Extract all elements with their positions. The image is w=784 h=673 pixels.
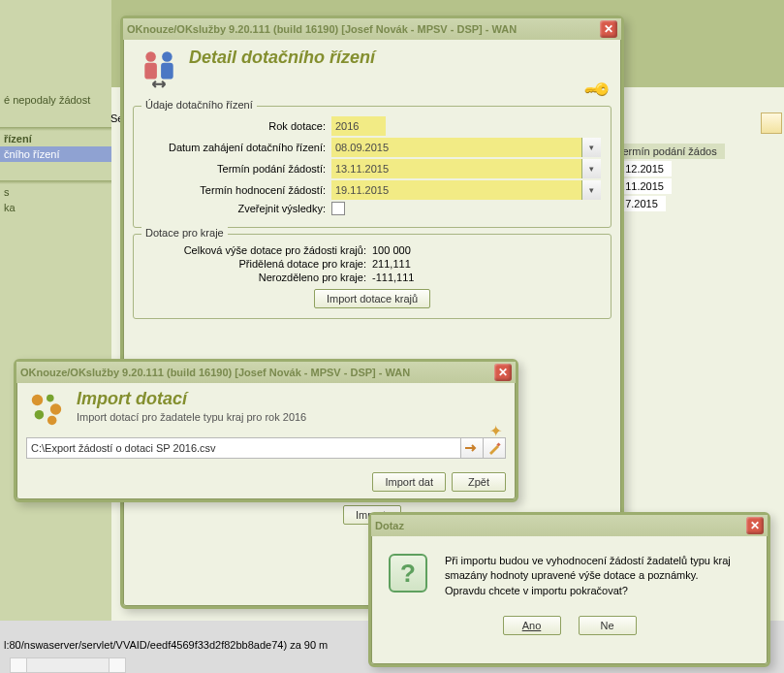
back-button[interactable]: Zpět <box>452 472 506 492</box>
import-path-row: C:\Export žádostí o dotaci SP 2016.csv <box>26 437 506 459</box>
detail-dialog-title: Detail dotačního řízení <box>189 48 375 68</box>
row-nerozdeleno: Nerozděleno pro kraje: -111,111 <box>143 272 601 283</box>
svg-point-0 <box>145 51 156 62</box>
fieldset-udaje: Údaje dotačního řízení Rok dotace: 2016 … <box>133 106 612 228</box>
import-description: Import dotací pro žadatele typu kraj pro… <box>77 411 306 423</box>
field-rok-value: 2016 <box>335 120 359 132</box>
left-fragment-3: s ka <box>0 180 111 215</box>
svg-rect-3 <box>161 63 173 80</box>
field-zahajeni-value: 08.09.2015 <box>335 142 389 153</box>
detail-header-area: Detail dotačního řízení 🔑 <box>123 40 621 100</box>
field-podani[interactable]: 13.11.2015 ▾ <box>331 159 601 178</box>
dotaz-window: Dotaz ✕ ? Při importu budou ve vyhodnoce… <box>368 512 770 667</box>
dotaz-title: Dotaz <box>375 520 746 531</box>
field-hodnoceni-value: 19.11.2015 <box>335 184 389 196</box>
left-item-ka[interactable]: ka <box>0 200 111 215</box>
left-fragment-2: řízení čního řízení <box>0 127 111 162</box>
back-table-header[interactable]: Termín podání žádos <box>609 144 725 159</box>
fieldset-kraje-legend: Dotace pro kraje <box>141 227 228 239</box>
import-titlebar[interactable]: OKnouze/OKslužby 9.20.111 (build 16190) … <box>16 362 516 383</box>
field-zahajeni[interactable]: 08.09.2015 ▾ <box>331 138 601 157</box>
checkbox-zverejnit[interactable] <box>331 202 345 215</box>
people-exchange-icon <box>139 48 179 88</box>
svg-point-5 <box>47 395 54 402</box>
label-podani: Termín podání žádostí: <box>143 163 331 175</box>
dotaz-actions: Ano Ne <box>371 610 768 649</box>
value-nerozdeleno: -111,111 <box>372 272 414 283</box>
field-hodnoceni[interactable]: 19.11.2015 ▾ <box>331 180 601 200</box>
row-podani: Termín podání žádostí: 13.11.2015 ▾ <box>143 159 601 178</box>
import-kraju-button[interactable]: Import dotace krajů <box>314 289 430 308</box>
detail-titlebar[interactable]: OKnouze/OKslužby 9.20.111 (build 16190) … <box>123 18 621 40</box>
detail-window-title: OKnouze/OKslužby 9.20.111 (build 16190) … <box>127 23 600 35</box>
svg-point-7 <box>35 410 45 420</box>
browse-button[interactable] <box>460 437 484 459</box>
dropdown-zahajeni[interactable]: ▾ <box>581 138 601 157</box>
grants-icon <box>26 389 67 430</box>
label-hodnoceni: Termín hodnocení žádostí: <box>143 184 331 196</box>
import-data-button[interactable]: Import dat <box>372 472 446 492</box>
row-rok: Rok dotace: 2016 <box>143 116 601 136</box>
import-body: C:\Export žádostí o dotaci SP 2016.csv <box>16 432 516 465</box>
edit-button[interactable] <box>483 437 506 459</box>
label-celkova: Celková výše dotace pro žádosti krajů: <box>143 244 372 256</box>
left-item-rizeni[interactable]: řízení <box>0 131 111 146</box>
question-icon: ? <box>389 554 427 593</box>
dotaz-titlebar[interactable]: Dotaz ✕ <box>371 515 768 536</box>
left-fragment-1: é nepodaly žádost <box>0 92 111 108</box>
import-close-button[interactable]: ✕ <box>494 364 512 381</box>
label-nerozdeleno: Nerozděleno pro kraje: <box>143 272 372 283</box>
row-zverejnit: Zveřejnit výsledky: <box>143 202 601 215</box>
field-rok[interactable]: 2016 <box>331 116 386 136</box>
field-podani-value: 13.11.2015 <box>335 163 389 175</box>
label-zverejnit: Zveřejnit výsledky: <box>143 203 331 214</box>
row-hodnoceni: Termín hodnocení žádostí: 19.11.2015 ▾ <box>143 180 601 200</box>
left-item-s[interactable]: s <box>0 184 111 200</box>
import-actions: Import dat Zpět <box>16 465 516 501</box>
left-item-cniho-rizeni[interactable]: čního řízení <box>0 146 111 162</box>
no-button[interactable]: Ne <box>579 616 637 635</box>
row-pridelena: Přidělená dotace pro kraje: 211,111 <box>143 258 601 270</box>
label-rok: Rok dotace: <box>143 120 331 132</box>
import-header: Import dotací Import dotací pro žadatele… <box>16 383 516 432</box>
dotaz-close-button[interactable]: ✕ <box>746 517 764 534</box>
horizontal-scrollbar[interactable] <box>10 657 126 673</box>
key-icon[interactable]: 🔑 <box>582 75 612 105</box>
value-celkova: 100 000 <box>372 244 411 256</box>
import-window: OKnouze/OKslužby 9.20.111 (build 16190) … <box>14 359 518 502</box>
toolbar-icon[interactable] <box>761 112 782 134</box>
detail-close-button[interactable]: ✕ <box>600 20 617 38</box>
row-zahajeni: Datum zahájení dotačního řízení: 08.09.2… <box>143 138 601 157</box>
fieldset-udaje-legend: Údaje dotačního řízení <box>141 99 257 111</box>
value-pridelena: 211,111 <box>372 258 411 270</box>
svg-point-2 <box>162 51 172 62</box>
label-pridelena: Přidělená dotace pro kraje: <box>143 258 372 270</box>
add-icon[interactable]: ✦ <box>489 422 502 440</box>
svg-rect-1 <box>144 63 157 80</box>
left-item-nepodaly[interactable]: é nepodaly žádost <box>0 92 111 108</box>
import-window-title: OKnouze/OKslužby 9.20.111 (build 16190) … <box>20 367 494 378</box>
yes-button[interactable]: Ano <box>503 616 561 635</box>
svg-point-4 <box>32 395 43 405</box>
dotaz-body: ? Při importu budou ve vyhodnocení žádos… <box>371 536 768 610</box>
dotaz-line2: smazány hodnoty upravené výše dotace a p… <box>445 568 731 583</box>
file-path-field[interactable]: C:\Export žádostí o dotaci SP 2016.csv <box>26 437 461 459</box>
fieldset-kraje: Dotace pro kraje Celková výše dotace pro… <box>133 234 612 319</box>
svg-point-8 <box>47 416 57 426</box>
dotaz-line1: Při importu budou ve vyhodnocení žádostí… <box>445 554 731 568</box>
dropdown-hodnoceni[interactable]: ▾ <box>581 180 601 200</box>
svg-point-6 <box>50 403 61 414</box>
label-zahajeni: Datum zahájení dotačního řízení: <box>143 142 331 153</box>
file-path-value: C:\Export žádostí o dotaci SP 2016.csv <box>31 442 216 454</box>
dropdown-podani[interactable]: ▾ <box>581 159 601 178</box>
import-dialog-title: Import dotací <box>77 389 306 409</box>
dotaz-line3: Opravdu chcete v importu pokračovat? <box>445 584 731 598</box>
row-celkova: Celková výše dotace pro žádosti krajů: 1… <box>143 244 601 256</box>
dotaz-text: Při importu budou ve vyhodnocení žádostí… <box>445 554 731 598</box>
